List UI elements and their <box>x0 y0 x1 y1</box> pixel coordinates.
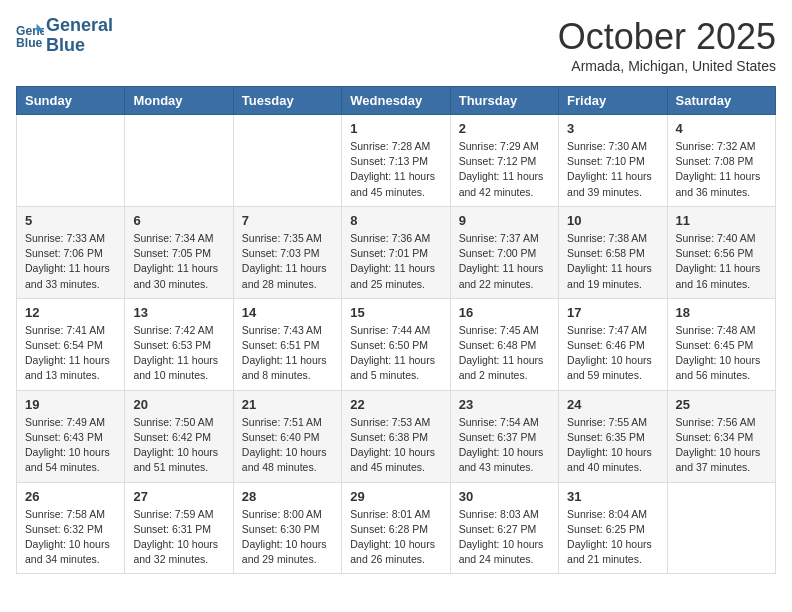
day-number: 2 <box>459 121 550 136</box>
day-info: Sunrise: 7:49 AM Sunset: 6:43 PM Dayligh… <box>25 415 116 476</box>
day-info: Sunrise: 7:51 AM Sunset: 6:40 PM Dayligh… <box>242 415 333 476</box>
calendar-cell <box>667 482 775 574</box>
day-info: Sunrise: 7:41 AM Sunset: 6:54 PM Dayligh… <box>25 323 116 384</box>
calendar-cell: 11Sunrise: 7:40 AM Sunset: 6:56 PM Dayli… <box>667 206 775 298</box>
col-header-friday: Friday <box>559 87 667 115</box>
calendar-cell: 2Sunrise: 7:29 AM Sunset: 7:12 PM Daylig… <box>450 115 558 207</box>
calendar-cell: 4Sunrise: 7:32 AM Sunset: 7:08 PM Daylig… <box>667 115 775 207</box>
calendar-cell <box>17 115 125 207</box>
calendar-header-row: SundayMondayTuesdayWednesdayThursdayFrid… <box>17 87 776 115</box>
day-number: 27 <box>133 489 224 504</box>
calendar-cell: 1Sunrise: 7:28 AM Sunset: 7:13 PM Daylig… <box>342 115 450 207</box>
day-number: 29 <box>350 489 441 504</box>
calendar-cell: 5Sunrise: 7:33 AM Sunset: 7:06 PM Daylig… <box>17 206 125 298</box>
calendar-cell: 10Sunrise: 7:38 AM Sunset: 6:58 PM Dayli… <box>559 206 667 298</box>
day-number: 28 <box>242 489 333 504</box>
day-number: 11 <box>676 213 767 228</box>
calendar-week-1: 1Sunrise: 7:28 AM Sunset: 7:13 PM Daylig… <box>17 115 776 207</box>
day-info: Sunrise: 8:03 AM Sunset: 6:27 PM Dayligh… <box>459 507 550 568</box>
day-info: Sunrise: 7:55 AM Sunset: 6:35 PM Dayligh… <box>567 415 658 476</box>
col-header-saturday: Saturday <box>667 87 775 115</box>
day-number: 25 <box>676 397 767 412</box>
day-number: 10 <box>567 213 658 228</box>
day-number: 1 <box>350 121 441 136</box>
day-info: Sunrise: 8:00 AM Sunset: 6:30 PM Dayligh… <box>242 507 333 568</box>
calendar-week-4: 19Sunrise: 7:49 AM Sunset: 6:43 PM Dayli… <box>17 390 776 482</box>
col-header-tuesday: Tuesday <box>233 87 341 115</box>
day-number: 24 <box>567 397 658 412</box>
calendar-cell: 21Sunrise: 7:51 AM Sunset: 6:40 PM Dayli… <box>233 390 341 482</box>
day-number: 20 <box>133 397 224 412</box>
calendar-cell: 24Sunrise: 7:55 AM Sunset: 6:35 PM Dayli… <box>559 390 667 482</box>
calendar-cell: 12Sunrise: 7:41 AM Sunset: 6:54 PM Dayli… <box>17 298 125 390</box>
day-info: Sunrise: 7:36 AM Sunset: 7:01 PM Dayligh… <box>350 231 441 292</box>
calendar-cell: 30Sunrise: 8:03 AM Sunset: 6:27 PM Dayli… <box>450 482 558 574</box>
calendar-cell: 6Sunrise: 7:34 AM Sunset: 7:05 PM Daylig… <box>125 206 233 298</box>
day-number: 8 <box>350 213 441 228</box>
day-number: 30 <box>459 489 550 504</box>
day-info: Sunrise: 7:32 AM Sunset: 7:08 PM Dayligh… <box>676 139 767 200</box>
calendar-cell: 18Sunrise: 7:48 AM Sunset: 6:45 PM Dayli… <box>667 298 775 390</box>
day-info: Sunrise: 7:30 AM Sunset: 7:10 PM Dayligh… <box>567 139 658 200</box>
day-number: 6 <box>133 213 224 228</box>
calendar-cell: 7Sunrise: 7:35 AM Sunset: 7:03 PM Daylig… <box>233 206 341 298</box>
day-info: Sunrise: 7:45 AM Sunset: 6:48 PM Dayligh… <box>459 323 550 384</box>
day-number: 22 <box>350 397 441 412</box>
calendar-cell: 8Sunrise: 7:36 AM Sunset: 7:01 PM Daylig… <box>342 206 450 298</box>
day-number: 13 <box>133 305 224 320</box>
calendar-cell: 20Sunrise: 7:50 AM Sunset: 6:42 PM Dayli… <box>125 390 233 482</box>
calendar-cell <box>125 115 233 207</box>
day-info: Sunrise: 7:56 AM Sunset: 6:34 PM Dayligh… <box>676 415 767 476</box>
location: Armada, Michigan, United States <box>558 58 776 74</box>
day-info: Sunrise: 7:44 AM Sunset: 6:50 PM Dayligh… <box>350 323 441 384</box>
calendar-week-5: 26Sunrise: 7:58 AM Sunset: 6:32 PM Dayli… <box>17 482 776 574</box>
svg-text:Blue: Blue <box>16 36 43 50</box>
calendar-table: SundayMondayTuesdayWednesdayThursdayFrid… <box>16 86 776 574</box>
day-number: 23 <box>459 397 550 412</box>
day-info: Sunrise: 7:54 AM Sunset: 6:37 PM Dayligh… <box>459 415 550 476</box>
day-number: 5 <box>25 213 116 228</box>
day-info: Sunrise: 7:58 AM Sunset: 6:32 PM Dayligh… <box>25 507 116 568</box>
day-info: Sunrise: 7:28 AM Sunset: 7:13 PM Dayligh… <box>350 139 441 200</box>
calendar-cell: 9Sunrise: 7:37 AM Sunset: 7:00 PM Daylig… <box>450 206 558 298</box>
col-header-thursday: Thursday <box>450 87 558 115</box>
day-number: 21 <box>242 397 333 412</box>
day-info: Sunrise: 8:01 AM Sunset: 6:28 PM Dayligh… <box>350 507 441 568</box>
calendar-cell: 13Sunrise: 7:42 AM Sunset: 6:53 PM Dayli… <box>125 298 233 390</box>
title-block: October 2025 Armada, Michigan, United St… <box>558 16 776 74</box>
day-info: Sunrise: 7:33 AM Sunset: 7:06 PM Dayligh… <box>25 231 116 292</box>
day-number: 12 <box>25 305 116 320</box>
day-number: 31 <box>567 489 658 504</box>
calendar-cell: 16Sunrise: 7:45 AM Sunset: 6:48 PM Dayli… <box>450 298 558 390</box>
calendar-cell: 19Sunrise: 7:49 AM Sunset: 6:43 PM Dayli… <box>17 390 125 482</box>
day-info: Sunrise: 7:29 AM Sunset: 7:12 PM Dayligh… <box>459 139 550 200</box>
col-header-sunday: Sunday <box>17 87 125 115</box>
logo-text: General Blue <box>46 16 113 56</box>
logo-icon: General Blue <box>16 22 44 50</box>
calendar-week-3: 12Sunrise: 7:41 AM Sunset: 6:54 PM Dayli… <box>17 298 776 390</box>
day-info: Sunrise: 7:42 AM Sunset: 6:53 PM Dayligh… <box>133 323 224 384</box>
day-number: 15 <box>350 305 441 320</box>
day-number: 26 <box>25 489 116 504</box>
day-info: Sunrise: 8:04 AM Sunset: 6:25 PM Dayligh… <box>567 507 658 568</box>
calendar-cell: 14Sunrise: 7:43 AM Sunset: 6:51 PM Dayli… <box>233 298 341 390</box>
logo: General Blue General Blue <box>16 16 113 56</box>
calendar-cell: 22Sunrise: 7:53 AM Sunset: 6:38 PM Dayli… <box>342 390 450 482</box>
day-number: 19 <box>25 397 116 412</box>
calendar-week-2: 5Sunrise: 7:33 AM Sunset: 7:06 PM Daylig… <box>17 206 776 298</box>
month-title: October 2025 <box>558 16 776 58</box>
day-info: Sunrise: 7:35 AM Sunset: 7:03 PM Dayligh… <box>242 231 333 292</box>
calendar-cell: 3Sunrise: 7:30 AM Sunset: 7:10 PM Daylig… <box>559 115 667 207</box>
day-number: 4 <box>676 121 767 136</box>
day-number: 17 <box>567 305 658 320</box>
day-info: Sunrise: 7:48 AM Sunset: 6:45 PM Dayligh… <box>676 323 767 384</box>
day-info: Sunrise: 7:34 AM Sunset: 7:05 PM Dayligh… <box>133 231 224 292</box>
day-number: 14 <box>242 305 333 320</box>
calendar-cell: 27Sunrise: 7:59 AM Sunset: 6:31 PM Dayli… <box>125 482 233 574</box>
day-number: 3 <box>567 121 658 136</box>
calendar-cell <box>233 115 341 207</box>
calendar-cell: 31Sunrise: 8:04 AM Sunset: 6:25 PM Dayli… <box>559 482 667 574</box>
calendar-cell: 28Sunrise: 8:00 AM Sunset: 6:30 PM Dayli… <box>233 482 341 574</box>
page-header: General Blue General Blue October 2025 A… <box>16 16 776 74</box>
day-info: Sunrise: 7:40 AM Sunset: 6:56 PM Dayligh… <box>676 231 767 292</box>
